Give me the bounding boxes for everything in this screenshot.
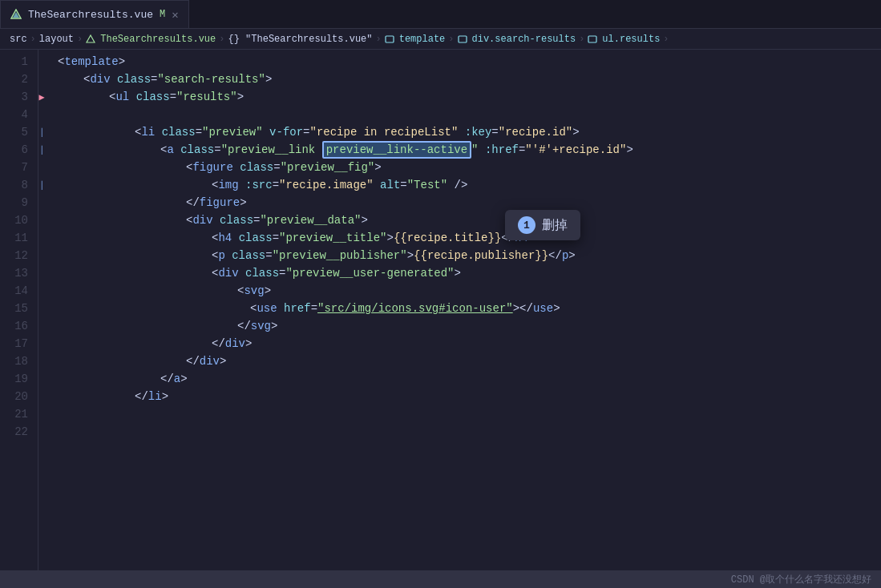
breadcrumb-ul-results: ul.results [602,34,660,45]
breadcrumb-src: src [10,34,27,45]
code-line-14: <svg> [45,282,881,300]
active-tab[interactable]: TheSearchresults.vue M ✕ [0,0,189,28]
code-line-22 [45,423,881,441]
svg-rect-5 [588,36,596,42]
gutter: ▶ │ │ │ [38,50,45,570]
status-bar: CSDN @取个什么名字我还没想好 [0,570,881,588]
code-line-10: <div class="preview__data"> [45,211,881,229]
tooltip-text: 删掉 [542,217,568,234]
code-area: 1 2 3 4 5 6 7 8 9 10 11 12 13 14 15 16 1… [0,50,881,570]
breadcrumb-filename: TheSearchresults.vue [100,34,216,45]
code-line-17: </div> [45,335,881,352]
code-line-8: <img :src="recipe.image" alt="Test" /> [45,176,881,194]
breadcrumb-template-icon [385,34,396,44]
tab-modified-indicator: M [160,9,165,20]
breadcrumb-vue-icon [86,34,97,44]
code-line-1: <template> [45,53,881,70]
code-line-15: <use href="src/img/icons.svg#icon-user">… [45,300,881,317]
code-content[interactable]: <template> <div class="search-results"> … [45,50,881,570]
tab-filename: TheSearchresults.vue [28,9,153,21]
tooltip-popup: 1 删掉 [505,210,580,240]
code-line-16: </svg> [45,317,881,335]
status-bar-text: CSDN @取个什么名字我还没想好 [731,573,871,586]
breadcrumb: src › layout › TheSearchresults.vue › {}… [0,29,881,50]
code-line-2: <div class="search-results"> [45,70,881,88]
highlight-selection: preview__link--active [322,141,471,159]
code-line-11: <h4 class="preview__title">{{recipe.titl… [45,229,881,247]
code-line-3: <ul class="results"> [45,88,881,106]
code-line-18: </div> [45,352,881,370]
code-line-9: </figure> [45,194,881,211]
code-line-21 [45,405,881,423]
breadcrumb-layout: layout [39,34,74,45]
tab-bar: TheSearchresults.vue M ✕ [0,0,881,29]
svg-rect-3 [386,36,394,42]
line-numbers: 1 2 3 4 5 6 7 8 9 10 11 12 13 14 15 16 1… [0,50,38,570]
code-line-20: </li> [45,388,881,405]
svg-rect-4 [459,36,467,42]
code-line-19: </a> [45,370,881,388]
tab-close-button[interactable]: ✕ [172,8,178,22]
code-line-12: <p class="preview__publisher">{{recipe.p… [45,247,881,264]
breadcrumb-ul-icon [588,34,599,44]
code-line-7: <figure class="preview__fig"> [45,159,881,176]
breadcrumb-div-icon [458,34,469,44]
svg-marker-2 [87,35,95,42]
breadcrumb-template: template [399,34,446,45]
breadcrumb-obj: {} "TheSearchresults.vue" [228,34,372,45]
code-line-6: <a class="preview__link preview__link--a… [45,141,881,159]
vue-file-icon [10,9,22,20]
code-line-13: <div class="preview__user-generated"> [45,264,881,282]
code-line-4 [45,106,881,123]
code-line-5: <li class="preview" v-for="recipe in rec… [45,123,881,141]
tooltip-badge: 1 [518,216,535,234]
breadcrumb-div-search: div.search-results [472,34,576,45]
